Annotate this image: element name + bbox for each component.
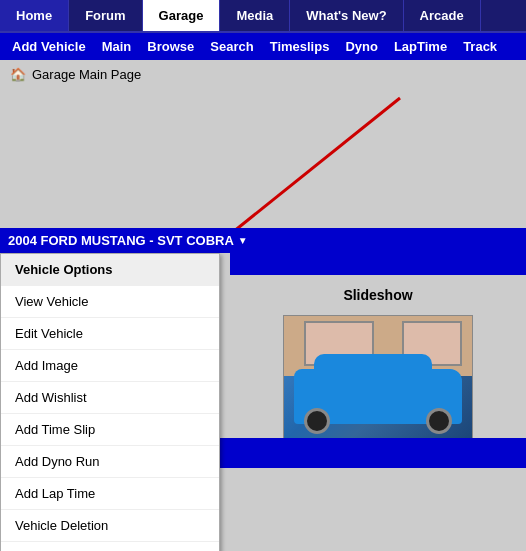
vehicle-dropdown-menu: Vehicle Options View Vehicle Edit Vehicl… bbox=[0, 253, 220, 551]
menu-item-view-vehicle[interactable]: View Vehicle bbox=[1, 286, 219, 318]
tab-arcade[interactable]: Arcade bbox=[404, 0, 481, 31]
tab-forum[interactable]: Forum bbox=[69, 0, 142, 31]
menu-item-vehicle-deletion[interactable]: Vehicle Deletion bbox=[1, 510, 219, 542]
nav-laptime[interactable]: LapTime bbox=[386, 33, 455, 60]
tab-garage[interactable]: Garage bbox=[143, 0, 221, 31]
slideshow-label: Slideshow bbox=[230, 279, 526, 311]
tab-whatsnew[interactable]: What's New? bbox=[290, 0, 403, 31]
vehicle-name: 2004 FORD MUSTANG - SVT COBRA bbox=[8, 233, 234, 248]
menu-item-add-lap-time[interactable]: Add Lap Time bbox=[1, 478, 219, 510]
menu-item-edit-vehicle[interactable]: Edit Vehicle bbox=[1, 318, 219, 350]
menu-item-add-time-slip[interactable]: Add Time Slip bbox=[1, 414, 219, 446]
nav-timeslips[interactable]: Timeslips bbox=[262, 33, 338, 60]
arrow-graphic bbox=[0, 88, 526, 248]
menu-item-add-wishlist[interactable]: Add Wishlist bbox=[1, 382, 219, 414]
menu-item-add-dyno-run[interactable]: Add Dyno Run bbox=[1, 446, 219, 478]
nav-search[interactable]: Search bbox=[202, 33, 261, 60]
car-image bbox=[283, 315, 473, 445]
menu-item-delete-vehicle[interactable]: Delete Vehicle bbox=[1, 542, 219, 551]
dropdown-arrow-icon: ▼ bbox=[238, 235, 248, 246]
nav-main[interactable]: Main bbox=[94, 33, 140, 60]
right-content-area: Slideshow bbox=[230, 253, 526, 468]
nav-dyno[interactable]: Dyno bbox=[337, 33, 386, 60]
home-icon[interactable]: 🏠 bbox=[10, 66, 26, 82]
tab-media[interactable]: Media bbox=[220, 0, 290, 31]
breadcrumb-text: Garage Main Page bbox=[32, 67, 141, 82]
menu-item-add-image[interactable]: Add Image bbox=[1, 350, 219, 382]
main-content: 2004 FORD MUSTANG - SVT COBRA ▼ Vehicle … bbox=[0, 88, 526, 468]
tab-home[interactable]: Home bbox=[0, 0, 69, 31]
car-image-container bbox=[230, 311, 526, 449]
menu-item-vehicle-options[interactable]: Vehicle Options bbox=[1, 254, 219, 286]
secondary-nav-bar: Add Vehicle Main Browse Search Timeslips… bbox=[0, 33, 526, 60]
nav-track[interactable]: Track bbox=[455, 33, 505, 60]
nav-add-vehicle[interactable]: Add Vehicle bbox=[4, 33, 94, 60]
breadcrumb: 🏠 Garage Main Page bbox=[0, 60, 526, 88]
nav-browse[interactable]: Browse bbox=[139, 33, 202, 60]
svg-line-1 bbox=[228, 98, 400, 236]
top-nav-bar: Home Forum Garage Media What's New? Arca… bbox=[0, 0, 526, 33]
vehicle-bar[interactable]: 2004 FORD MUSTANG - SVT COBRA ▼ bbox=[0, 228, 526, 253]
